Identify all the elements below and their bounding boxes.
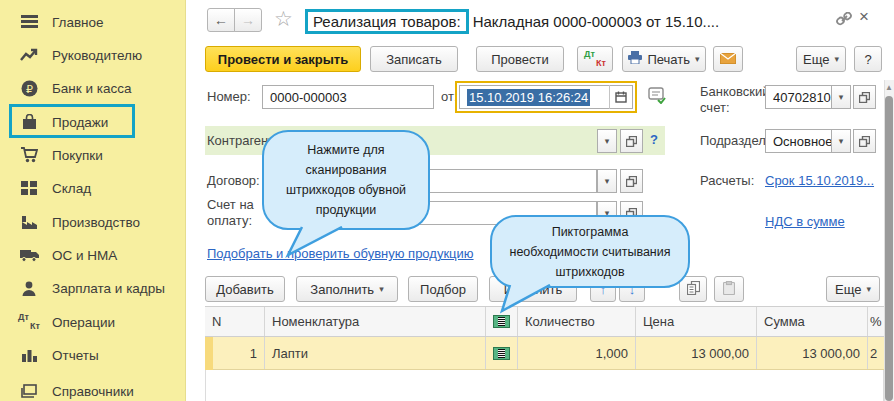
pictogram-tooltip-tail — [490, 284, 560, 314]
copy-icon — [687, 281, 700, 298]
division-field[interactable]: Основное — [765, 129, 832, 153]
division-open-button[interactable] — [853, 129, 876, 153]
dtkt-icon: ДтКт — [18, 312, 40, 332]
col-header-price[interactable]: Цена — [636, 307, 757, 336]
help-button[interactable]: ? — [854, 46, 882, 72]
dropdown-caret-icon: ▾ — [839, 136, 844, 146]
cell-barcode[interactable] — [486, 337, 518, 369]
warehouse-icon — [18, 178, 40, 198]
add-row-button[interactable]: Добавить — [205, 276, 285, 302]
barcode-icon — [493, 347, 510, 360]
factory-icon — [18, 212, 40, 232]
bank-account-open-button[interactable] — [853, 85, 876, 109]
counterparty-help-link[interactable]: ? — [650, 132, 658, 147]
table-empty-area[interactable] — [205, 370, 884, 401]
cell-percent[interactable]: 2 — [868, 337, 884, 369]
sidebar-item-manager[interactable]: Руководителю — [0, 40, 186, 70]
dropdown-caret-icon: ▾ — [866, 284, 871, 294]
sidebar-item-main[interactable]: Главное — [0, 7, 186, 37]
cell-price[interactable]: 13 000,00 — [636, 337, 757, 369]
col-header-nomenclature[interactable]: Номенклатура — [265, 307, 486, 336]
vat-mode-link[interactable]: НДС в сумме — [765, 214, 845, 229]
col-header-percent[interactable]: % — [868, 307, 884, 336]
col-header-sum[interactable]: Сумма — [757, 307, 868, 336]
cell-quantity[interactable]: 1,000 — [518, 337, 636, 369]
pick-button[interactable]: Подбор — [408, 276, 478, 302]
print-button[interactable]: Печать▾ — [622, 46, 706, 72]
ruble-icon: ₽ — [18, 78, 40, 98]
title-annotation-box: Реализация товаров: — [305, 9, 469, 34]
copy-rows-button[interactable] — [679, 276, 707, 302]
contract-dropdown[interactable]: ▾ — [597, 169, 617, 193]
number-label: Номер: — [207, 89, 251, 104]
page-title: Реализация товаров:Накладная 0000-000003… — [305, 9, 719, 34]
favorite-star-icon[interactable]: ☆ — [274, 7, 293, 31]
get-link-icon[interactable] — [836, 12, 852, 30]
barcode-icon — [493, 315, 510, 328]
number-field[interactable]: 0000-000003 — [262, 85, 434, 109]
paste-icon — [723, 281, 735, 298]
close-icon[interactable]: × — [859, 7, 869, 27]
bank-account-dropdown[interactable]: ▾ — [831, 85, 851, 109]
selected-date-text: 15.10.2019 16:26:24 — [467, 89, 590, 106]
table-more-button[interactable]: Еще▾ — [826, 276, 880, 302]
scrollbar-thumb[interactable] — [885, 96, 893, 401]
mail-button[interactable] — [713, 46, 743, 72]
discussion-icon[interactable] — [648, 87, 666, 108]
bank-account-field[interactable]: 407028102 — [765, 85, 832, 109]
sidebar: Главное Руководителю ₽ Банк и касса Прод… — [0, 0, 186, 401]
scan-tooltip-tail — [272, 226, 352, 258]
truck-icon — [18, 245, 40, 265]
calendar-icon[interactable] — [609, 85, 632, 109]
scroll-up-icon[interactable]: ▲ — [885, 84, 893, 92]
sidebar-item-directories[interactable]: Справочники — [0, 376, 186, 401]
trend-icon — [18, 45, 40, 65]
sidebar-item-warehouse[interactable]: Склад — [0, 173, 186, 203]
cell-n[interactable]: 1 — [205, 337, 265, 369]
settlements-label: Расчеты: — [700, 173, 754, 188]
sidebar-item-sales[interactable]: Продажи — [0, 107, 186, 137]
sidebar-item-salary-hr[interactable]: Зарплата и кадры — [0, 273, 186, 303]
date-field[interactable]: 15.10.2019 16:26:24 — [459, 85, 633, 109]
dropdown-caret-icon: ▾ — [695, 54, 700, 64]
sidebar-item-reports[interactable]: Отчеты — [0, 340, 186, 370]
paste-rows-button[interactable] — [714, 276, 744, 302]
back-button[interactable]: ← — [207, 8, 235, 32]
sidebar-item-bank-cash[interactable]: ₽ Банк и касса — [0, 73, 186, 103]
printer-icon — [628, 51, 642, 67]
invoice-label: Счет на оплату: — [207, 197, 262, 229]
forward-button[interactable]: → — [234, 8, 262, 32]
dropdown-caret-icon: ▾ — [605, 136, 610, 146]
post-and-close-button[interactable]: Провести и закрыть — [205, 46, 361, 72]
settlements-term-link[interactable]: Срок 15.10.2019... — [765, 173, 874, 188]
dtkt-postings-button[interactable]: ДтКт — [577, 46, 613, 72]
sidebar-item-fixed-assets[interactable]: ОС и НМА — [0, 240, 186, 270]
col-header-n[interactable]: N — [205, 307, 265, 336]
counterparty-dropdown[interactable]: ▾ — [597, 129, 617, 153]
cell-nomenclature[interactable]: Лапти — [265, 337, 486, 369]
fill-button[interactable]: Заполнить▾ — [296, 276, 398, 302]
dropdown-caret-icon: ▾ — [839, 92, 844, 102]
save-button[interactable]: Записать — [370, 46, 458, 72]
books-icon — [18, 381, 40, 401]
contract-open-button[interactable] — [620, 169, 643, 193]
sidebar-item-production[interactable]: Производство — [0, 207, 186, 237]
more-button[interactable]: Еще▾ — [796, 46, 846, 72]
scan-tooltip: Нажмите для сканирования штрихкодов обув… — [262, 130, 430, 230]
division-dropdown[interactable]: ▾ — [831, 129, 851, 153]
nav-button-group: ← → — [207, 8, 262, 32]
pictogram-tooltip: Пиктограмма необходимости считывания штр… — [490, 215, 690, 288]
counterparty-open-button[interactable] — [620, 129, 643, 153]
cart-icon — [18, 145, 40, 165]
bar-chart-icon — [18, 345, 40, 365]
post-button[interactable]: Провести — [476, 46, 564, 72]
envelope-icon — [720, 52, 736, 67]
dropdown-caret-icon: ▾ — [379, 284, 384, 294]
sidebar-item-purchases[interactable]: Покупки — [0, 140, 186, 170]
dropdown-caret-icon: ▾ — [605, 176, 610, 186]
cell-sum[interactable]: 13 000,00 — [757, 337, 868, 369]
dtkt-icon: ДтКт — [584, 50, 606, 68]
sidebar-item-operations[interactable]: ДтКт Операции — [0, 307, 186, 337]
table-row[interactable]: 1 Лапти 1,000 13 000,00 13 000,00 2 — [205, 337, 884, 370]
app-window: Главное Руководителю ₽ Банк и касса Прод… — [0, 0, 894, 401]
